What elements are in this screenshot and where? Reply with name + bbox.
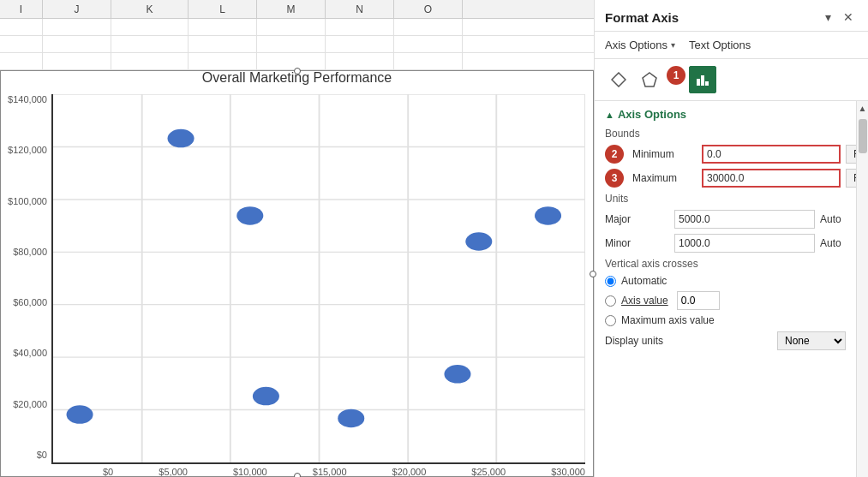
cell[interactable] <box>43 53 111 70</box>
table-row <box>0 36 594 53</box>
major-input[interactable] <box>674 210 815 229</box>
col-header-j: J <box>43 0 111 18</box>
maximum-row: 3 Maximum Reset <box>605 169 846 188</box>
scroll-thumb[interactable] <box>859 119 867 153</box>
x-label: $5,000 <box>159 467 188 477</box>
tab-text-options-label: Text Options <box>689 39 751 51</box>
cell[interactable] <box>111 53 189 70</box>
tab-text-options[interactable]: Text Options <box>689 39 751 58</box>
cell[interactable] <box>111 36 189 53</box>
vertical-axis-crosses-label: Vertical axis crosses <box>605 258 846 270</box>
axis-value-input[interactable] <box>677 291 720 310</box>
minimum-row: 2 Minimum Reset <box>605 145 846 164</box>
panel-expand-button[interactable]: ▾ <box>821 9 835 26</box>
cell[interactable] <box>326 19 394 36</box>
chart-area: Overall Marketing Performance $140,000 $… <box>0 70 594 477</box>
minor-auto-label: Auto <box>820 237 846 249</box>
scroll-up-arrow[interactable]: ▲ <box>856 101 868 116</box>
tab-axis-options[interactable]: Axis Options ▾ <box>605 39 675 58</box>
cell[interactable] <box>326 53 394 70</box>
collapse-arrow-icon: ▲ <box>605 110 614 120</box>
panel-body: ▲ Axis Options Bounds 2 Minimum Reset 3 … <box>595 101 856 477</box>
chart-title: Overall Marketing Performance <box>0 70 594 86</box>
cell[interactable] <box>394 19 463 36</box>
cell[interactable] <box>189 53 257 70</box>
major-row: Major Auto <box>605 210 846 229</box>
col-header-k: K <box>111 0 189 18</box>
y-label: $80,000 <box>13 247 47 257</box>
column-headers: I J K L M N O <box>0 0 594 19</box>
maximum-reset-button[interactable]: Reset <box>846 169 856 188</box>
y-label: $40,000 <box>13 348 47 358</box>
cell[interactable] <box>43 36 111 53</box>
axis-value-radio[interactable] <box>605 295 616 307</box>
panel-scrollbar[interactable]: ▲ <box>856 101 868 477</box>
cell[interactable] <box>0 19 43 36</box>
svg-rect-22 <box>701 75 704 86</box>
axis-value-radio-label: Axis value <box>621 295 668 307</box>
minimum-input[interactable] <box>702 145 841 164</box>
cell[interactable] <box>189 36 257 53</box>
bar-chart-icon-button[interactable] <box>689 66 716 93</box>
table-row <box>0 53 594 70</box>
scatter-plot-svg <box>53 94 585 462</box>
cell[interactable] <box>257 19 326 36</box>
cell[interactable] <box>43 19 111 36</box>
col-header-m: M <box>257 0 326 18</box>
minor-input[interactable] <box>674 234 815 253</box>
section-title: Axis Options <box>618 108 686 121</box>
chart-plot <box>51 94 585 464</box>
bar-chart-icon <box>695 72 710 87</box>
cell[interactable] <box>0 53 43 70</box>
svg-point-18 <box>465 232 492 251</box>
cell[interactable] <box>394 53 463 70</box>
panel-header: Format Axis ▾ ✕ <box>595 0 868 32</box>
maximum-axis-value-radio[interactable] <box>605 315 616 326</box>
x-label: $10,000 <box>233 467 267 477</box>
axis-options-section-header[interactable]: ▲ Axis Options <box>605 108 846 121</box>
cell[interactable] <box>0 36 43 53</box>
maximum-input[interactable] <box>702 169 841 188</box>
major-auto-label: Auto <box>820 213 846 225</box>
display-units-select[interactable]: None Hundreds Thousands Millions Billion… <box>777 331 846 350</box>
svg-point-15 <box>236 206 263 225</box>
y-label: $120,000 <box>8 145 47 155</box>
minor-label: Minor <box>605 237 669 249</box>
number-badge: 1 <box>667 66 685 85</box>
svg-point-14 <box>168 129 195 148</box>
fill-icon <box>611 72 626 87</box>
x-label: $15,000 <box>313 467 347 477</box>
minimum-reset-button[interactable]: Reset <box>846 145 856 164</box>
cell[interactable] <box>257 53 326 70</box>
chevron-down-icon: ▾ <box>671 40 675 50</box>
grid-rows <box>0 19 594 70</box>
minimum-label: Minimum <box>632 148 697 160</box>
y-axis-labels: $140,000 $120,000 $100,000 $80,000 $60,0… <box>0 94 51 477</box>
y-label: $140,000 <box>8 94 47 104</box>
cell[interactable] <box>326 36 394 53</box>
cell[interactable] <box>111 19 189 36</box>
svg-point-19 <box>535 206 561 225</box>
major-label: Major <box>605 213 669 225</box>
automatic-radio-row: Automatic <box>605 275 846 287</box>
col-header-n: N <box>326 0 394 18</box>
automatic-radio[interactable] <box>605 276 616 287</box>
icon-bar: 1 <box>595 59 868 101</box>
fill-icon-button[interactable] <box>605 66 632 93</box>
maximum-badge: 3 <box>605 169 624 188</box>
x-label: $20,000 <box>392 467 427 477</box>
cell[interactable] <box>394 36 463 53</box>
panel-controls: ▾ ✕ <box>821 9 858 26</box>
minor-row: Minor Auto <box>605 234 846 253</box>
y-label: $100,000 <box>8 196 47 206</box>
bounds-label: Bounds <box>605 128 846 140</box>
cell[interactable] <box>189 19 257 36</box>
panel-close-button[interactable]: ✕ <box>839 9 858 26</box>
svg-point-17 <box>338 409 364 428</box>
shape-icon-button[interactable] <box>636 66 663 93</box>
x-label: $30,000 <box>551 467 585 477</box>
axis-value-radio-row: Axis value <box>605 291 846 310</box>
units-label: Units <box>605 193 846 205</box>
cell[interactable] <box>257 36 326 53</box>
tab-axis-options-label: Axis Options <box>605 39 667 51</box>
